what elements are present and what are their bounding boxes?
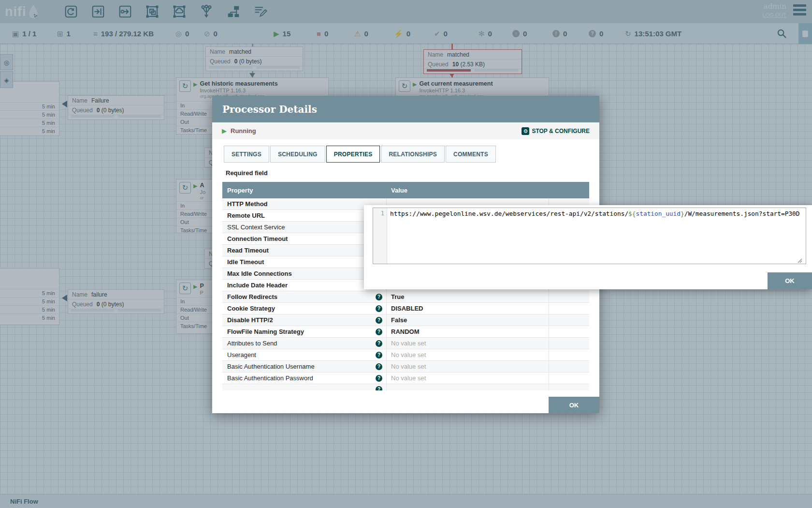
running-play-icon: ▶: [222, 127, 227, 134]
table-row[interactable]: Basic Authentication Password?No value s…: [222, 373, 589, 384]
dialog-header: Processor Details: [212, 96, 599, 122]
editor-ok-button[interactable]: OK: [768, 272, 812, 289]
value-editor-textarea[interactable]: 1 https://www.pegelonline.wsv.de/webserv…: [373, 208, 806, 264]
resize-handle-icon[interactable]: [798, 258, 802, 263]
el-reference: station_uuid: [636, 210, 681, 217]
table-row[interactable]: Useragent?No value set: [222, 349, 589, 361]
processor-state: Running: [231, 127, 256, 134]
table-row[interactable]: Basic Authentication Username?No value s…: [222, 361, 589, 373]
dialog-tabs: SETTINGS SCHEDULING PROPERTIES RELATIONS…: [224, 146, 496, 163]
required-field-note: Required field: [226, 169, 268, 177]
help-icon[interactable]: ?: [376, 305, 382, 312]
help-icon: ?: [376, 386, 382, 390]
dialog-status-row: ▶ Running ⚙ STOP & CONFIGURE: [212, 122, 599, 139]
line-number-gutter: 1: [373, 208, 387, 264]
expression-code[interactable]: https://www.pegelonline.wsv.de/webservic…: [387, 208, 806, 264]
help-icon[interactable]: ?: [376, 352, 382, 359]
el-open-bracket: ${: [628, 210, 636, 217]
table-row[interactable]: Disable HTTP/2?False: [222, 314, 589, 326]
tab-settings[interactable]: SETTINGS: [224, 146, 269, 163]
properties-table-header: Property Value: [222, 182, 589, 198]
help-icon[interactable]: ?: [376, 294, 382, 300]
table-row[interactable]: FlowFile Naming Strategy?RANDOM: [222, 326, 589, 338]
dialog-title: Processor Details: [222, 104, 317, 115]
help-icon[interactable]: ?: [376, 363, 382, 370]
stop-and-configure-button[interactable]: ⚙ STOP & CONFIGURE: [522, 127, 590, 135]
table-row[interactable]: Follow Redirects?True: [222, 291, 589, 303]
help-icon[interactable]: ?: [376, 317, 382, 324]
tab-relationships[interactable]: RELATIONSHIPS: [381, 146, 445, 163]
stop-configure-gear-icon: ⚙: [522, 127, 529, 135]
table-row-partial: ?: [222, 384, 589, 390]
tab-comments[interactable]: COMMENTS: [446, 146, 496, 163]
dialog-ok-button[interactable]: OK: [549, 397, 599, 413]
table-row[interactable]: Cookie Strategy?DISABLED: [222, 303, 589, 314]
help-icon[interactable]: ?: [376, 329, 382, 335]
help-icon[interactable]: ?: [376, 375, 382, 382]
tab-properties[interactable]: PROPERTIES: [326, 146, 380, 163]
el-close-bracket: }: [681, 210, 684, 217]
table-row[interactable]: Attributes to Send?No value set: [222, 338, 589, 349]
help-icon[interactable]: ?: [376, 340, 382, 347]
value-editor-popup: 1 https://www.pegelonline.wsv.de/webserv…: [364, 205, 812, 289]
tab-scheduling[interactable]: SCHEDULING: [270, 146, 325, 163]
